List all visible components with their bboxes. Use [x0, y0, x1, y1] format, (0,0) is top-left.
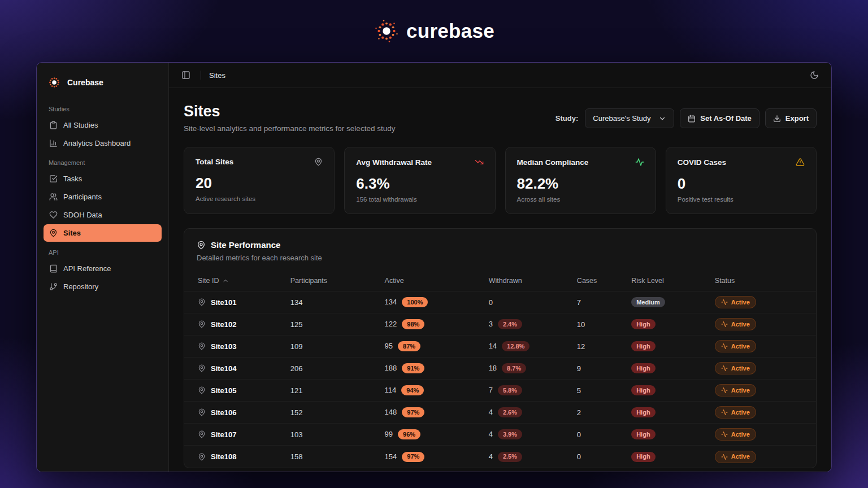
stat-card-median-compliance: Median Compliance 82.2% Across all sites: [505, 147, 656, 214]
git-branch-icon: [49, 282, 58, 291]
active-cell: 12298%: [385, 319, 489, 329]
study-select[interactable]: Curebase's Study: [585, 108, 674, 128]
column-header-cases[interactable]: Cases: [577, 277, 631, 285]
calendar-icon: [688, 115, 696, 123]
withdrawn-cell: 42.6%: [489, 407, 577, 417]
activity-icon: [635, 158, 644, 167]
set-asof-date-button[interactable]: Set As-Of Date: [680, 108, 760, 128]
withdrawn-count: 18: [489, 364, 497, 372]
column-header-status[interactable]: Status: [715, 277, 802, 285]
map-pin-icon: [198, 408, 206, 416]
sidebar-item-api-reference[interactable]: API Reference: [44, 260, 162, 277]
status-badge: Active: [715, 340, 756, 352]
sidebar-item-tasks[interactable]: Tasks: [44, 170, 162, 188]
column-header-risk-level[interactable]: Risk Level: [631, 277, 715, 285]
active-count: 154: [385, 452, 397, 460]
status-cell: Active: [715, 406, 802, 419]
status-cell: Active: [715, 451, 802, 463]
table-row[interactable]: Site108 158 15497% 42.5% 0 High: [184, 446, 816, 468]
activity-icon: [721, 431, 728, 438]
check-square-icon: [49, 175, 58, 183]
cases-cell: 0: [577, 430, 631, 439]
stat-value: 6.3%: [356, 175, 483, 193]
table-title: Site Performance: [211, 240, 280, 250]
page-head-text: Sites Site-level analytics and performan…: [184, 103, 395, 133]
set-asof-date-label: Set As-Of Date: [700, 114, 752, 123]
withdrawn-cell: 32.4%: [489, 319, 577, 329]
site-id-cell: Site106: [198, 408, 290, 417]
risk-level-badge: Medium: [631, 297, 665, 307]
column-header-site-id[interactable]: Site ID: [198, 277, 290, 285]
stat-caption: Positive test results: [678, 196, 805, 203]
heart-icon: [49, 211, 58, 219]
status-label: Active: [731, 432, 750, 438]
risk-level-badge: High: [631, 407, 655, 417]
column-header-withdrawn[interactable]: Withdrawn: [489, 277, 577, 285]
active-count: 114: [385, 386, 397, 394]
risk-cell: High: [631, 363, 715, 373]
brand-wordmark: curebase: [406, 20, 494, 42]
table-row[interactable]: Site104 206 18891% 188.7% 9 High: [184, 358, 816, 380]
export-button[interactable]: Export: [765, 108, 817, 128]
map-pin-icon: [314, 158, 323, 166]
book-icon: [49, 264, 58, 273]
sidebar-brand-name: Curebase: [67, 78, 103, 87]
site-id-value: Site107: [211, 430, 237, 439]
status-badge: Active: [715, 428, 756, 441]
table-row[interactable]: Site101 134 134100% 0 7 Medium: [184, 291, 816, 313]
participants-cell: 134: [290, 298, 385, 307]
sidebar-item-repository[interactable]: Repository: [44, 278, 162, 295]
site-id-cell: Site102: [198, 320, 290, 329]
sidebar-brand[interactable]: Curebase: [44, 71, 162, 99]
sidebar-toggle-button[interactable]: [179, 68, 193, 82]
risk-cell: High: [631, 452, 715, 462]
withdrawn-cell: 75.8%: [489, 385, 577, 395]
sidebar-item-all-studies[interactable]: All Studies: [44, 116, 162, 134]
participants-cell: 109: [290, 342, 385, 351]
map-pin-icon: [198, 298, 206, 306]
withdrawn-cell: 42.5%: [489, 452, 577, 462]
trending-down-icon: [475, 158, 484, 167]
table-row[interactable]: Site107 103 9996% 43.9% 0 High: [184, 424, 816, 446]
table-row[interactable]: Site102 125 12298% 32.4% 10 High: [184, 313, 816, 336]
column-header-participants[interactable]: Participants: [290, 277, 385, 285]
stat-cards: Total Sites 20 Active research sites Avg…: [184, 147, 817, 214]
sidebar-item-analytics-dashboard[interactable]: Analytics Dashboard: [44, 134, 162, 152]
sidebar-item-sdoh-data[interactable]: SDOH Data: [44, 206, 162, 224]
active-percent-badge: 87%: [398, 341, 420, 351]
participants-cell: 103: [290, 430, 385, 439]
withdrawn-percent-badge: 5.8%: [498, 385, 522, 395]
sidebar-item-label: Tasks: [63, 175, 82, 183]
map-pin-icon: [197, 241, 206, 250]
page-title: Sites: [184, 103, 395, 120]
withdrawn-percent-badge: 2.6%: [498, 407, 522, 417]
active-count: 188: [385, 364, 397, 372]
moon-icon: [810, 71, 819, 80]
table-row[interactable]: Site106 152 14897% 42.6% 2 High: [184, 402, 816, 424]
active-count: 134: [385, 298, 397, 306]
withdrawn-count: 7: [489, 386, 493, 394]
site-id-value: Site105: [211, 386, 237, 395]
active-cell: 18891%: [385, 363, 489, 373]
head-controls: Study: Curebase's Study Set As-Of Date E…: [555, 108, 817, 128]
table-row[interactable]: Site105 121 11494% 75.8% 5 High: [184, 380, 816, 402]
site-performance-card: Site Performance Detailed metrics for ea…: [184, 228, 817, 468]
activity-icon: [721, 343, 728, 350]
active-percent-badge: 100%: [402, 297, 428, 307]
activity-icon: [721, 299, 728, 306]
table-body: Site101 134 134100% 0 7 Medium: [184, 291, 816, 468]
theme-toggle-button[interactable]: [808, 68, 821, 82]
sidebar-item-sites[interactable]: Sites: [44, 224, 162, 242]
activity-icon: [721, 321, 728, 328]
status-cell: Active: [715, 362, 802, 374]
app-window: Curebase Studies All Studies Analytics D…: [36, 62, 832, 472]
column-header-active[interactable]: Active: [385, 277, 489, 285]
status-label: Active: [731, 321, 750, 328]
table-row[interactable]: Site103 109 9587% 1412.8% 12 High: [184, 336, 816, 358]
sidebar: Curebase Studies All Studies Analytics D…: [37, 63, 169, 472]
sidebar-item-label: Analytics Dashboard: [63, 139, 131, 147]
withdrawn-percent-badge: 8.7%: [502, 363, 526, 373]
sidebar-item-participants[interactable]: Participants: [44, 188, 162, 206]
sidebar-item-label: API Reference: [63, 264, 111, 273]
status-label: Active: [731, 454, 750, 460]
